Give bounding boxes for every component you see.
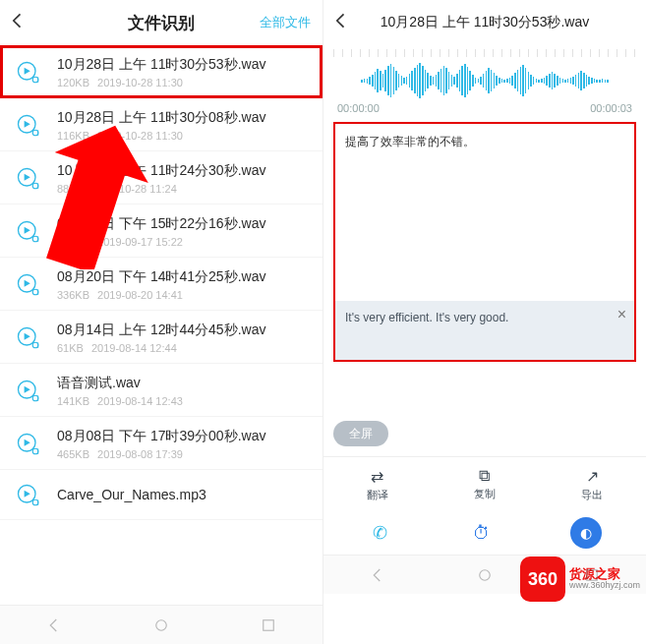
svg-rect-19 bbox=[264, 619, 274, 630]
app-shortcuts: ✆ ⏱ ◐ bbox=[323, 511, 646, 555]
svg-point-9 bbox=[32, 289, 38, 295]
export-icon: ↗ bbox=[586, 467, 599, 486]
original-text[interactable]: 提高了效率非常的不错。 bbox=[335, 124, 634, 301]
back-button[interactable] bbox=[8, 11, 28, 34]
file-row[interactable]: 09月17日 下午 15时22分16秒.wav116KB2019-09-17 1… bbox=[0, 205, 323, 258]
audio-file-icon bbox=[14, 377, 43, 406]
file-text: 语音测试.wav141KB2019-08-14 12:43 bbox=[57, 375, 309, 407]
nav-back-r[interactable] bbox=[363, 560, 392, 590]
right-header: 10月28日 上午 11时30分53秒.wav bbox=[323, 0, 646, 45]
file-meta: 120KB2019-10-28 11:30 bbox=[57, 77, 309, 88]
file-name: 10月28日 上午 11时30分08秒.wav bbox=[57, 109, 309, 127]
page-title: 文件识别 bbox=[128, 12, 195, 34]
file-row[interactable]: 语音测试.wav141KB2019-08-14 12:43 bbox=[0, 364, 323, 417]
logo-badge: 360 bbox=[520, 556, 565, 602]
fullscreen-button[interactable]: 全屏 bbox=[333, 421, 388, 446]
svg-point-15 bbox=[32, 448, 38, 454]
system-nav-bar bbox=[0, 605, 323, 644]
svg-point-1 bbox=[32, 77, 38, 83]
transcription-box: 提高了效率非常的不错。 × It's very efficient. It's … bbox=[333, 122, 636, 362]
detail-pane: 10月28日 上午 11时30分53秒.wav 00:00:00 00:00:0… bbox=[323, 0, 646, 644]
file-row[interactable]: Carve_Our_Names.mp3 bbox=[0, 470, 323, 520]
svg-rect-21 bbox=[587, 569, 598, 580]
file-name: 08月14日 上午 12时44分45秒.wav bbox=[57, 322, 309, 339]
translation-text: It's very efficient. It's very good. bbox=[345, 311, 508, 324]
file-text: 10月28日 上午 11时24分30秒.wav88KB2019-10-28 11… bbox=[57, 162, 309, 195]
svg-point-18 bbox=[156, 619, 167, 630]
file-text: 10月28日 上午 11时30分08秒.wav116KB2019-10-28 1… bbox=[57, 109, 309, 142]
waveform-area: 00:00:00 00:00:03 bbox=[323, 45, 646, 122]
time-end: 00:00:03 bbox=[590, 102, 632, 114]
file-meta: 465KB2019-08-08 17:39 bbox=[57, 448, 309, 460]
audio-file-icon bbox=[14, 481, 43, 510]
file-meta: 336KB2019-08-20 14:41 bbox=[57, 289, 309, 301]
copy-button[interactable]: ⧉ 复制 bbox=[431, 457, 538, 511]
translate-label: 翻译 bbox=[367, 488, 388, 502]
nav-home[interactable] bbox=[147, 611, 176, 640]
time-labels: 00:00:00 00:00:03 bbox=[333, 100, 636, 120]
svg-point-17 bbox=[32, 499, 38, 505]
file-row[interactable]: 08月20日 下午 14时41分25秒.wav336KB2019-08-20 1… bbox=[0, 258, 323, 311]
file-text: Carve_Our_Names.mp3 bbox=[57, 487, 309, 505]
detail-title: 10月28日 上午 11时30分53秒.wav bbox=[381, 14, 589, 31]
svg-point-3 bbox=[32, 130, 38, 136]
audio-file-icon bbox=[14, 430, 43, 459]
file-meta: 141KB2019-08-14 12:43 bbox=[57, 395, 309, 407]
time-start: 00:00:00 bbox=[337, 102, 380, 114]
file-text: 08月20日 下午 14时41分25秒.wav336KB2019-08-20 1… bbox=[57, 268, 309, 301]
svg-point-5 bbox=[32, 183, 38, 189]
file-text: 09月17日 下午 15时22分16秒.wav116KB2019-09-17 1… bbox=[57, 215, 309, 248]
file-name: 08月20日 下午 14时41分25秒.wav bbox=[57, 268, 309, 286]
file-name: 10月28日 上午 11时24分30秒.wav bbox=[57, 162, 309, 180]
nav-back[interactable] bbox=[39, 611, 69, 640]
left-header: 文件识别 全部文件 bbox=[0, 0, 323, 45]
export-label: 导出 bbox=[581, 488, 603, 502]
system-nav-bar-right bbox=[323, 555, 646, 594]
svg-point-11 bbox=[32, 342, 38, 348]
translate-icon: ⇄ bbox=[371, 467, 383, 486]
audio-file-icon bbox=[14, 111, 43, 141]
detail-back-button[interactable] bbox=[331, 11, 351, 34]
file-list: 10月28日 上午 11时30分53秒.wav120KB2019-10-28 1… bbox=[0, 45, 323, 605]
time-ruler bbox=[333, 49, 636, 57]
file-row[interactable]: 10月28日 上午 11时30分53秒.wav120KB2019-10-28 1… bbox=[0, 45, 323, 98]
file-name: 语音测试.wav bbox=[57, 375, 309, 392]
waveform[interactable] bbox=[333, 61, 636, 100]
audio-file-icon bbox=[14, 164, 43, 194]
file-name: 08月08日 下午 17时39分00秒.wav bbox=[57, 428, 309, 445]
audio-file-icon bbox=[14, 323, 43, 353]
audio-file-icon bbox=[14, 270, 43, 300]
audio-file-icon bbox=[14, 58, 43, 88]
file-name: Carve_Our_Names.mp3 bbox=[57, 487, 309, 502]
translate-button[interactable]: ⇄ 翻译 bbox=[323, 457, 431, 511]
nav-home-r[interactable] bbox=[470, 560, 499, 590]
file-row[interactable]: 08月14日 上午 12时44分45秒.wav61KB2019-08-14 12… bbox=[0, 311, 323, 364]
file-meta: 116KB2019-09-17 15:22 bbox=[57, 236, 309, 248]
audio-file-icon bbox=[14, 217, 43, 247]
phone-icon[interactable]: ✆ bbox=[368, 520, 393, 546]
file-text: 10月28日 上午 11时30分53秒.wav120KB2019-10-28 1… bbox=[57, 56, 309, 88]
file-row[interactable]: 10月28日 上午 11时24分30秒.wav88KB2019-10-28 11… bbox=[0, 151, 323, 205]
timer-icon[interactable]: ⏱ bbox=[469, 520, 495, 546]
file-meta: 116KB2019-10-28 11:30 bbox=[57, 130, 309, 142]
copy-label: 复制 bbox=[474, 487, 496, 501]
browser-icon[interactable]: ◐ bbox=[570, 517, 602, 549]
file-row[interactable]: 10月28日 上午 11时30分08秒.wav116KB2019-10-28 1… bbox=[0, 98, 323, 151]
file-meta: 88KB2019-10-28 11:24 bbox=[57, 183, 309, 195]
svg-point-13 bbox=[32, 395, 38, 401]
export-button[interactable]: ↗ 导出 bbox=[539, 457, 646, 511]
all-files-link[interactable]: 全部文件 bbox=[260, 14, 311, 31]
file-name: 09月17日 下午 15时22分16秒.wav bbox=[57, 215, 309, 233]
svg-point-7 bbox=[32, 236, 38, 242]
nav-recent[interactable] bbox=[254, 611, 283, 640]
nav-recent-r[interactable] bbox=[577, 560, 607, 590]
action-row: ⇄ 翻译 ⧉ 复制 ↗ 导出 bbox=[323, 456, 646, 511]
copy-icon: ⧉ bbox=[479, 467, 490, 485]
close-translation-icon[interactable]: × bbox=[617, 307, 626, 322]
file-row[interactable]: 08月08日 下午 17时39分00秒.wav465KB2019-08-08 1… bbox=[0, 417, 323, 470]
svg-point-20 bbox=[480, 569, 491, 580]
file-list-pane: 文件识别 全部文件 10月28日 上午 11时30分53秒.wav120KB20… bbox=[0, 0, 323, 644]
translation-area: × It's very efficient. It's very good. bbox=[335, 301, 634, 360]
file-text: 08月14日 上午 12时44分45秒.wav61KB2019-08-14 12… bbox=[57, 322, 309, 354]
file-text: 08月08日 下午 17时39分00秒.wav465KB2019-08-08 1… bbox=[57, 428, 309, 460]
